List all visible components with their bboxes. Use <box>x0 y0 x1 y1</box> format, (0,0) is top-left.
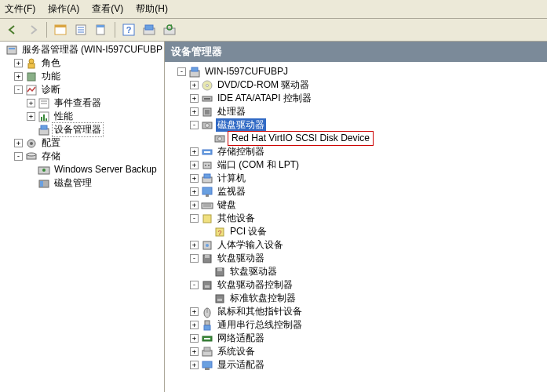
expand-icon[interactable]: + <box>190 94 199 103</box>
tree-item-label: 端口 (COM 和 LPT) <box>216 158 301 172</box>
scan-button[interactable] <box>140 20 159 39</box>
tree-item[interactable]: +DVD/CD-ROM 驱动器 <box>165 78 547 92</box>
expand-icon[interactable]: + <box>27 112 35 121</box>
svg-rect-73 <box>217 299 222 301</box>
tree-item[interactable]: +性能 <box>0 110 164 123</box>
menu-file[interactable]: 文件(F) <box>5 2 35 16</box>
collapse-icon[interactable]: - <box>14 152 23 161</box>
right-tree-pane[interactable]: -WIN-I597CUFUBPJ+DVD/CD-ROM 驱动器+IDE ATA/… <box>165 62 547 392</box>
tree-item[interactable]: 设备管理器 <box>0 123 164 136</box>
help-button[interactable]: ? <box>119 20 138 39</box>
expand-icon[interactable]: + <box>190 147 199 156</box>
tree-item[interactable]: +计算机 <box>165 172 547 185</box>
tree-item[interactable]: ?PCI 设备 <box>165 225 547 238</box>
tree-item[interactable]: -WIN-I597CUFUBPJ <box>165 65 547 78</box>
toolbar-separator <box>46 22 47 38</box>
tree-item[interactable]: -软盘驱动器 <box>165 252 547 265</box>
tree-item[interactable]: 软盘驱动器 <box>165 265 547 278</box>
tree-item[interactable]: +配置 <box>0 136 164 150</box>
left-tree-pane[interactable]: 服务器管理器 (WIN-I597CUFUBP+角色+功能-诊断+事件查看器+性能… <box>0 42 165 392</box>
tree-item[interactable]: Red Hat VirtIO SCSI Disk Device <box>165 132 547 145</box>
svg-rect-11 <box>145 25 153 30</box>
unknown-icon: ? <box>213 226 226 238</box>
show-hide-button[interactable] <box>51 20 70 39</box>
devmgr-icon <box>38 124 50 136</box>
expand-icon[interactable]: + <box>190 347 199 356</box>
tree-item[interactable]: +系统设备 <box>165 345 547 358</box>
svg-point-30 <box>30 142 33 145</box>
svg-point-16 <box>29 59 34 64</box>
tree-item[interactable]: +端口 (COM 和 LPT) <box>165 158 547 172</box>
tree-item[interactable]: +鼠标和其他指针设备 <box>165 305 547 318</box>
expand-icon[interactable]: + <box>190 321 199 329</box>
svg-rect-81 <box>204 347 210 351</box>
expand-icon[interactable]: + <box>190 241 199 249</box>
svg-rect-67 <box>205 255 210 258</box>
expand-icon[interactable]: + <box>190 81 199 89</box>
tree-item[interactable]: -其他设备 <box>165 212 547 225</box>
collapse-icon[interactable]: - <box>190 121 199 129</box>
menu-help[interactable]: 帮助(H) <box>136 2 168 16</box>
export-button[interactable] <box>92 20 111 39</box>
tree-item[interactable]: +事件查看器 <box>0 96 164 110</box>
expand-icon[interactable]: + <box>190 161 199 169</box>
arrow-right-icon <box>27 24 38 35</box>
expand-icon[interactable]: + <box>14 72 23 81</box>
expand-icon[interactable]: + <box>190 361 199 369</box>
svg-rect-15 <box>9 48 15 49</box>
tree-item-label: 事件查看器 <box>53 96 103 110</box>
tree-item-label: 磁盘驱动器 <box>216 118 266 132</box>
expand-icon[interactable]: + <box>190 334 199 343</box>
collapse-icon[interactable]: - <box>190 281 199 289</box>
back-button[interactable] <box>3 20 22 39</box>
tree-item[interactable]: -诊断 <box>0 83 164 96</box>
tree-item[interactable]: +角色 <box>0 56 164 70</box>
properties-button[interactable] <box>71 20 90 39</box>
tree-item[interactable]: +键盘 <box>165 198 547 212</box>
menu-action[interactable]: 操作(A) <box>48 2 79 16</box>
tree-item[interactable]: +功能 <box>0 70 164 83</box>
collapse-icon[interactable]: - <box>177 67 186 76</box>
feature-icon <box>25 71 38 83</box>
collapse-icon[interactable]: - <box>14 85 23 94</box>
tree-item[interactable]: 标准软盘控制器 <box>165 292 547 305</box>
expand-icon[interactable]: + <box>190 187 199 196</box>
collapse-icon[interactable]: - <box>190 214 199 223</box>
help-icon: ? <box>122 24 135 36</box>
svg-text:?: ? <box>126 25 132 34</box>
collapse-icon[interactable]: - <box>190 254 199 263</box>
expand-icon[interactable]: + <box>190 174 199 183</box>
tree-item[interactable]: +IDE ATA/ATAPI 控制器 <box>165 92 547 105</box>
main-area: 服务器管理器 (WIN-I597CUFUBP+角色+功能-诊断+事件查看器+性能… <box>0 42 547 392</box>
tree-item-label: WIN-I597CUFUBPJ <box>203 65 290 78</box>
refresh-button[interactable] <box>160 20 179 39</box>
expand-icon[interactable]: + <box>190 107 199 116</box>
tree-item[interactable]: +显示适配器 <box>165 358 547 372</box>
tree-item[interactable]: +网络适配器 <box>165 332 547 345</box>
tree-item[interactable]: 磁盘管理 <box>0 176 164 190</box>
expand-icon[interactable]: + <box>190 307 199 316</box>
refresh-icon <box>163 24 176 36</box>
expand-icon[interactable]: + <box>27 99 35 107</box>
svg-text:?: ? <box>217 229 221 237</box>
tree-item[interactable]: +存储控制器 <box>165 145 547 158</box>
expand-icon[interactable]: + <box>14 139 23 147</box>
tree-item[interactable]: Windows Server Backup <box>0 163 164 176</box>
tree-item[interactable]: -软盘驱动器控制器 <box>165 278 547 292</box>
forward-button[interactable] <box>24 20 42 39</box>
tree-item[interactable]: -磁盘驱动器 <box>165 118 547 132</box>
tree-item[interactable]: +人体学输入设备 <box>165 238 547 252</box>
tree-item[interactable]: +处理器 <box>165 105 547 118</box>
svg-rect-17 <box>28 64 35 68</box>
floppy-ctrl-icon <box>213 292 226 305</box>
tree-item-label: 软盘驱动器 <box>216 252 266 265</box>
tree-item[interactable]: +通用串行总线控制器 <box>165 318 547 332</box>
expand-icon[interactable]: + <box>14 59 23 67</box>
svg-rect-57 <box>206 194 209 197</box>
tree-item[interactable]: 服务器管理器 (WIN-I597CUFUBP <box>0 43 164 56</box>
tree-item[interactable]: -存储 <box>0 150 164 163</box>
expand-icon[interactable]: + <box>190 201 199 209</box>
tree-item-label: Windows Server Backup <box>53 163 159 176</box>
menu-view[interactable]: 查看(V) <box>92 2 123 16</box>
tree-item[interactable]: +监视器 <box>165 185 547 198</box>
